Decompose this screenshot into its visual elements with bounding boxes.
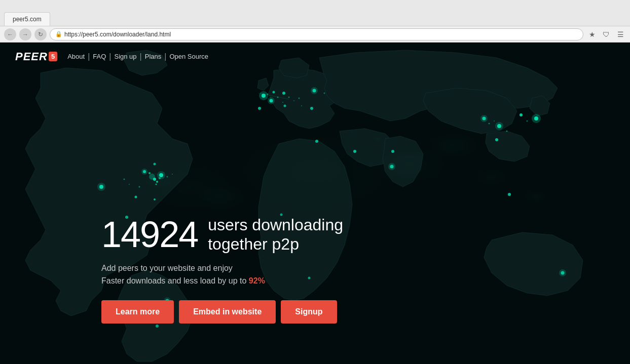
cta-buttons: Learn more Embed in website Signup — [101, 300, 343, 323]
svg-point-67 — [506, 131, 508, 132]
back-button[interactable]: ← — [4, 28, 16, 41]
svg-point-44 — [532, 114, 541, 123]
svg-point-2 — [149, 174, 155, 180]
tagline-line2: together p2p — [208, 235, 299, 253]
svg-point-52 — [124, 179, 125, 180]
hero-content: 14924 users downloading together p2p Add… — [101, 215, 343, 323]
description-line2: Faster downloads and less load by up to — [101, 276, 246, 285]
nav-link-plans[interactable]: Plans — [145, 53, 162, 60]
svg-point-53 — [129, 184, 130, 185]
svg-point-57 — [277, 97, 279, 98]
svg-point-25 — [282, 92, 285, 95]
svg-point-56 — [172, 174, 173, 175]
svg-point-62 — [299, 98, 300, 99]
svg-point-3 — [156, 181, 158, 183]
description-line1: Add peers to your website and enjoy — [101, 264, 233, 272]
svg-point-31 — [315, 140, 318, 143]
svg-point-46 — [508, 193, 511, 196]
url-text: https://peer5.com/downloader/land.html — [64, 31, 171, 38]
svg-point-36 — [391, 150, 394, 153]
svg-point-45 — [520, 113, 523, 116]
svg-point-37 — [353, 150, 356, 153]
nav-separator-2: | — [109, 52, 111, 61]
browser-tab-bar: peer5.com — [0, 0, 630, 26]
embed-button[interactable]: Embed in website — [179, 300, 276, 323]
logo-text: PEER — [15, 50, 48, 63]
svg-point-14 — [135, 196, 137, 198]
tab-label: peer5.com — [13, 16, 42, 23]
toolbar-right: ★ 🛡 ☰ — [586, 29, 626, 40]
svg-point-29 — [311, 87, 318, 94]
nav-links: About | FAQ | Sign up | Plans | Open Sou… — [67, 52, 208, 61]
nav-separator-1: | — [88, 52, 90, 61]
logo[interactable]: PEER 5 — [15, 50, 57, 63]
browser-toolbar: ← → ↻ 🔒 https://peer5.com/downloader/lan… — [0, 26, 630, 43]
signup-button[interactable]: Signup — [281, 300, 337, 323]
nav-separator-3: | — [140, 52, 142, 61]
svg-point-65 — [489, 123, 490, 125]
svg-point-30 — [310, 107, 313, 110]
svg-point-66 — [494, 120, 495, 122]
navigation: PEER 5 About | FAQ | Sign up | Plans | O… — [0, 43, 630, 70]
nav-separator-4: | — [164, 52, 166, 61]
svg-point-41 — [495, 122, 503, 130]
hero-description: Add peers to your website and enjoy Fast… — [101, 262, 343, 288]
user-counter: 14924 — [101, 216, 198, 253]
counter-section: 14924 users downloading together p2p — [101, 215, 343, 254]
menu-icon[interactable]: ☰ — [615, 29, 626, 40]
svg-point-26 — [273, 91, 275, 94]
svg-point-60 — [288, 97, 290, 98]
active-tab[interactable]: peer5.com — [4, 12, 50, 26]
svg-point-19 — [156, 325, 159, 328]
bookmark-icon[interactable]: ★ — [586, 29, 598, 40]
shield-icon[interactable]: 🛡 — [601, 29, 612, 40]
nav-link-faq[interactable]: FAQ — [93, 53, 106, 60]
svg-point-6 — [156, 184, 157, 185]
nav-link-opensource[interactable]: Open Source — [169, 53, 208, 60]
hero-tagline: users downloading together p2p — [208, 215, 343, 254]
nav-link-signup[interactable]: Sign up — [114, 53, 136, 60]
logo-badge: 5 — [49, 52, 57, 61]
svg-point-54 — [139, 186, 140, 188]
svg-point-35 — [388, 163, 395, 170]
learn-more-button[interactable]: Learn more — [101, 300, 174, 323]
svg-point-24 — [258, 107, 261, 110]
svg-point-63 — [301, 105, 302, 106]
address-bar[interactable]: 🔒 https://peer5.com/downloader/land.html — [50, 28, 583, 41]
svg-point-64 — [324, 93, 325, 94]
highlight-percentage: 92% — [249, 276, 265, 285]
tagline-line1: users downloading — [208, 216, 343, 234]
svg-point-39 — [480, 115, 488, 122]
nav-link-about[interactable]: About — [67, 53, 85, 60]
svg-point-58 — [282, 102, 283, 103]
browser-tabs: peer5.com — [4, 0, 51, 26]
svg-point-61 — [293, 100, 294, 101]
svg-point-12 — [97, 183, 105, 191]
svg-point-27 — [284, 105, 286, 107]
forward-button[interactable]: → — [19, 28, 31, 41]
svg-point-48 — [559, 269, 566, 276]
svg-point-59 — [267, 94, 269, 95]
svg-point-68 — [527, 120, 528, 122]
svg-point-15 — [154, 163, 156, 166]
page-content: PEER 5 About | FAQ | Sign up | Plans | O… — [0, 43, 630, 364]
svg-point-13 — [154, 198, 156, 200]
reload-button[interactable]: ↻ — [34, 28, 47, 41]
lock-icon: 🔒 — [55, 31, 62, 37]
svg-point-55 — [167, 176, 168, 178]
svg-point-42 — [495, 138, 498, 141]
